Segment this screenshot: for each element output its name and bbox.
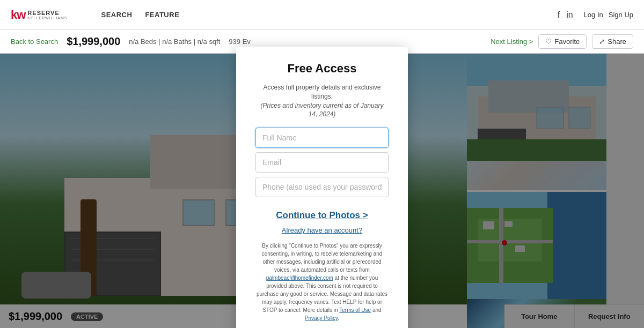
nav-feature[interactable]: FEATURE [145,11,179,19]
disclaimer-site-link[interactable]: palmbeachflhomefinder.com [266,275,333,281]
sign-up-button[interactable]: Sign Up [609,11,633,19]
address-short: 939 Ev [229,38,250,46]
heart-icon: ♡ [545,38,552,46]
nav: SEARCH FEATURE [101,11,179,19]
header-right: f in Log In Sign Up [558,10,633,20]
modal-title: Free Access [255,62,389,76]
logo-sub: KELLERWILLIAMS. [27,16,69,20]
auth-buttons: Log In Sign Up [584,11,633,19]
modal-subtitle-line2: (Prices and inventory current as of Janu… [261,102,384,118]
modal-subtitle-line1: Access full property details and exclusi… [264,84,381,100]
linkedin-icon[interactable]: in [566,10,573,20]
email-input[interactable] [255,152,389,173]
nav-search[interactable]: SEARCH [101,11,132,19]
logo: kw RESERVE KELLERWILLIAMS. [11,8,69,22]
favorite-button[interactable]: ♡ Favorite [538,34,587,49]
listing-price: $1,999,000 [67,35,120,48]
privacy-link[interactable]: Privacy Policy [305,315,338,321]
share-icon: ⤢ [599,38,605,46]
listing-actions: Next Listing > ♡ Favorite ⤢ Share [491,34,633,49]
favorite-label: Favorite [554,38,580,46]
disclaimer-text-1: By clicking "Continue to Photos" you are… [262,243,383,273]
logo-reserve: RESERVE [27,10,69,16]
disclaimer-and: and [371,307,381,313]
listing-info: $1,999,000 n/a Beds | n/a Baths | n/a sq… [67,35,251,48]
terms-link[interactable]: Terms of Use [339,307,371,313]
logo-kw: kw [11,8,25,22]
share-label: Share [608,38,626,46]
modal-disclaimer: By clicking "Continue to Photos" you are… [255,242,389,322]
header: kw RESERVE KELLERWILLIAMS. SEARCH FEATUR… [0,0,644,30]
modal-subtitle: Access full property details and exclusi… [255,83,389,119]
social-links: f in [558,10,573,20]
share-button[interactable]: ⤢ Share [592,34,633,49]
log-in-button[interactable]: Log In [584,11,603,19]
main-content: 📷 📍 ▶ $1,999,000 ACTIVE Tour Home Reques… [0,54,644,328]
continue-to-photos-button[interactable]: Continue to Photos > [255,210,389,221]
full-name-input[interactable] [255,128,389,148]
beds-baths: n/a Beds | n/a Baths | n/a sqft [129,38,220,46]
back-to-search-link[interactable]: Back to Search [11,38,58,46]
already-have-account-link[interactable]: Already have an account? [255,226,389,234]
free-access-modal: Free Access Access full property details… [236,47,408,328]
facebook-icon[interactable]: f [558,10,560,20]
disclaimer-end: . [338,315,339,321]
next-listing-link[interactable]: Next Listing > [491,38,533,46]
phone-input[interactable] [255,177,389,197]
